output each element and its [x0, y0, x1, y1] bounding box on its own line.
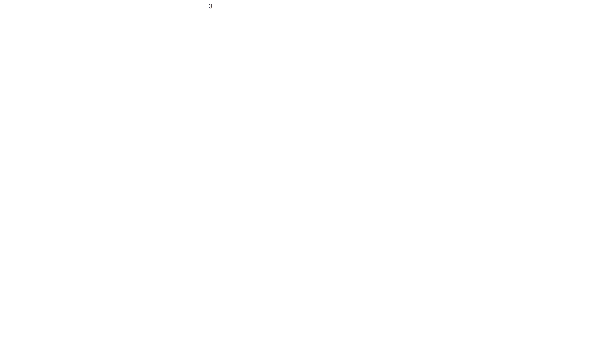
page-number[interactable]: 3 — [0, 0, 515, 12]
page-list: 1 2 3 4 5 … 20 — [0, 0, 610, 12]
findings-page: Findings Misconfigurations Vulnerabiliti… — [0, 0, 610, 12]
table-footer: Rows per page: 25 1 2 3 4 — [0, 0, 610, 12]
pagination: 1 2 3 4 5 … 20 — [0, 0, 610, 12]
page-number[interactable]: 4 — [516, 0, 610, 12]
